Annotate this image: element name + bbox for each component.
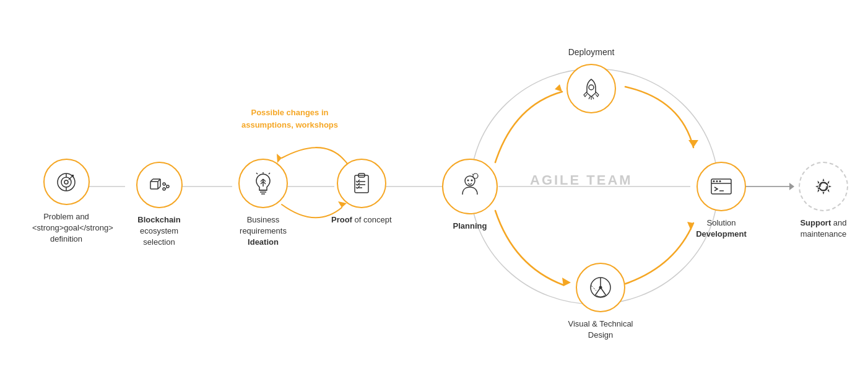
visual-label: Visual & Technical Design [566, 318, 635, 341]
circle-visual [576, 263, 625, 312]
rocket-icon [577, 74, 605, 103]
blockchain-label: Blockchain ecosystem selection [125, 214, 193, 248]
target-icon [53, 169, 80, 196]
diagram-container: Problem and <strong>goal</strong> defini… [0, 0, 868, 373]
ideation-label: Business requirements Ideation [229, 214, 297, 248]
node-blockchain: Blockchain ecosystem selection [125, 162, 193, 248]
svg-point-17 [64, 180, 68, 184]
svg-point-66 [716, 180, 718, 182]
compass-icon [586, 273, 615, 302]
svg-rect-44 [355, 175, 368, 193]
svg-point-29 [167, 185, 169, 188]
svg-line-37 [269, 173, 270, 174]
svg-point-50 [467, 180, 469, 182]
svg-point-53 [589, 85, 594, 90]
circle-proof [337, 159, 386, 208]
gear-refresh-icon [809, 172, 838, 201]
circle-planning [442, 159, 498, 214]
svg-point-52 [473, 173, 478, 178]
bulb-icon [249, 169, 277, 198]
svg-marker-9 [688, 140, 698, 147]
circle-blockchain [136, 162, 183, 208]
planning-label: Planning [453, 221, 487, 232]
agile-team-label: AGILE TEAM [530, 172, 633, 188]
circle-deployment [566, 64, 616, 113]
svg-line-31 [165, 184, 167, 185]
svg-point-51 [471, 180, 473, 182]
svg-line-56 [592, 97, 594, 99]
svg-point-67 [719, 180, 721, 182]
svg-marker-10 [555, 84, 562, 92]
svg-rect-22 [150, 182, 158, 189]
node-deployment: Deployment [566, 46, 616, 113]
svg-line-62 [591, 286, 596, 291]
node-visual: Visual & Technical Design [566, 263, 635, 341]
svg-line-38 [256, 173, 258, 174]
node-ideation: Business requirements Ideation [229, 159, 297, 248]
svg-point-28 [163, 183, 165, 185]
svg-point-65 [713, 180, 715, 182]
proof-label: Proof of concept [331, 214, 392, 226]
svg-line-32 [165, 188, 167, 189]
deployment-top-label: Deployment [568, 46, 615, 59]
solution-label: Solution Development [687, 217, 755, 240]
node-solution: Solution Development [687, 162, 755, 240]
node-problem: Problem and <strong>goal</strong> defini… [32, 159, 100, 245]
svg-line-54 [589, 97, 590, 99]
node-planning: Planning [442, 159, 498, 232]
node-support: Support and maintenance [789, 162, 857, 240]
clipboard-icon [347, 169, 376, 198]
svg-point-61 [599, 286, 602, 289]
support-label: Support and maintenance [789, 217, 857, 240]
circle-solution [697, 162, 746, 211]
terminal-icon [707, 172, 736, 201]
circle-support [799, 162, 848, 211]
circle-problem [43, 159, 90, 205]
svg-point-30 [163, 188, 165, 190]
blockchain-icon [145, 172, 173, 199]
node-proof: Proof of concept [331, 159, 392, 226]
problem-label: Problem and <strong>goal</strong> defini… [32, 211, 100, 245]
circle-ideation [238, 159, 288, 208]
changes-text: Possible changes inassumptions, workshop… [222, 107, 358, 131]
planning-icon [454, 171, 485, 202]
